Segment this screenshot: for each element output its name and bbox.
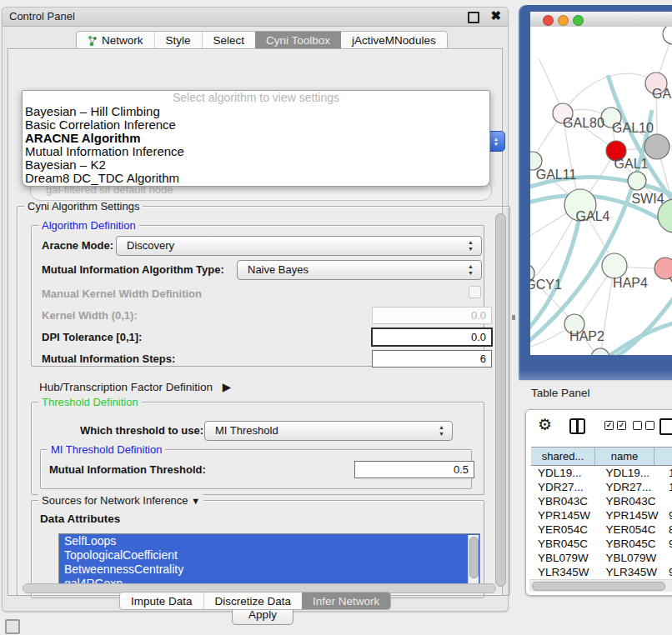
control-panel-titlebar[interactable]: Control Panel ✖ — [3, 8, 508, 27]
minimized-panel-icon[interactable] — [5, 619, 20, 634]
table-header-row: shared...nameA — [531, 447, 672, 466]
bottom-tab-discretize-data[interactable]: Discretize Data — [203, 592, 303, 609]
tab-network[interactable]: Network — [77, 32, 154, 49]
cyni-toolbox-panel: ▲▼ gal-filtered sif default node Select … — [8, 48, 503, 596]
node-label-gal1: GAL1 — [614, 157, 649, 171]
node-label-gal4: GAL4 — [576, 209, 610, 223]
algorithm-option-dream8-dc-tdc-algorithm[interactable]: Dream8 DC_TDC Algorithm — [23, 172, 489, 185]
attribute-item-topologicalcoefficient[interactable]: TopologicalCoefficient — [59, 548, 479, 562]
bottom-tab-infer-network[interactable]: Infer Network — [302, 592, 390, 609]
table-row[interactable]: YDR27...YDR27...12 — [531, 480, 672, 494]
float-window-icon[interactable] — [468, 12, 479, 23]
algorithm-option-mutual-information-inference[interactable]: Mutual Information Inference — [23, 145, 489, 158]
mi-type-value: Naive Bayes — [248, 263, 308, 276]
table-horizontal-scrollbar[interactable] — [532, 582, 665, 591]
deselect-all-icon[interactable] — [633, 421, 654, 430]
which-threshold-value: MI Threshold — [215, 424, 278, 437]
minimize-traffic-light[interactable] — [558, 15, 569, 26]
table-cell: YER054C — [599, 522, 662, 537]
kernel-width-field[interactable]: 0.0 — [372, 307, 492, 324]
tab-cyni-toolbox[interactable]: Cyni Toolbox — [255, 32, 341, 49]
data-attributes-label: Data Attributes — [40, 512, 120, 525]
gear-icon[interactable]: ⚙ — [538, 415, 552, 434]
algorithm-definition-group: Algorithm Definition Aracne Mode: Discov… — [31, 225, 484, 367]
attribute-item-selfloops[interactable]: SelfLoops — [59, 534, 479, 548]
control-panel-tabs: NetworkStyleSelectCyni ToolboxjActiveMNo… — [76, 31, 448, 50]
settings-vertical-scrollbar[interactable] — [495, 213, 506, 587]
network-canvas[interactable]: GALGAL80GAL10GAL1GAL11SWI4GAL4GCY1HAP4YH… — [530, 27, 672, 355]
sources-group-title[interactable]: Sources for Network Inference ▼ — [38, 494, 203, 507]
table-row[interactable]: YBR045CYBR045C9. — [531, 537, 672, 551]
threshold-definition-group: Threshold Definition Which threshold to … — [31, 402, 484, 495]
bottom-tab-impute-data[interactable]: Impute Data — [120, 592, 203, 609]
which-threshold-combobox[interactable]: MI Threshold ▲▼ — [204, 421, 453, 441]
close-window-icon[interactable]: ✖ — [490, 8, 501, 23]
network-node[interactable] — [602, 253, 627, 278]
table-cell: YDR27... — [599, 480, 662, 494]
table-cell: YPR145W — [599, 508, 662, 522]
node-label-swi4: SWI4 — [631, 192, 664, 206]
algorithm-dropdown-items: Bayesian – Hill ClimbingBasic Correlatio… — [23, 105, 489, 185]
mi-threshold-label: Mutual Information Threshold: — [49, 463, 206, 476]
mi-type-label: Mutual Information Algorithm Type: — [42, 263, 224, 276]
tab-select[interactable]: Select — [202, 32, 256, 49]
hub-definition-toggle[interactable]: Hub/Transcription Factor Definition ▶ — [39, 380, 231, 393]
mi-type-combobox[interactable]: Naive Bayes ▲▼ — [237, 260, 482, 280]
node-label-hap2: HAP2 — [569, 329, 604, 343]
network-node[interactable] — [663, 27, 672, 44]
table-panel-title: Table Panel — [531, 387, 590, 399]
dpi-tolerance-label: DPI Tolerance [0,1]: — [42, 331, 142, 343]
tab-label: Impute Data — [131, 595, 193, 608]
panel-resize-handle[interactable] — [512, 315, 515, 320]
node-label-gal11: GAL11 — [536, 168, 577, 182]
algorithm-option-bayesian-k2[interactable]: Bayesian – K2 — [23, 158, 489, 172]
network-node[interactable] — [644, 134, 669, 159]
column-header-a[interactable]: A — [654, 448, 672, 465]
table-cell: YBL079W — [531, 551, 599, 565]
network-node[interactable] — [591, 348, 609, 355]
aracne-mode-combobox[interactable]: Discovery ▲▼ — [116, 236, 482, 256]
attribute-item-betweennesscentrality[interactable]: BetweennessCentrality — [59, 562, 479, 577]
node-label-gal: GAL — [652, 87, 672, 101]
node-label-gal80: GAL80 — [563, 116, 604, 130]
manual-kernel-checkbox[interactable] — [469, 286, 481, 298]
network-node[interactable] — [628, 172, 646, 190]
close-traffic-light[interactable] — [543, 15, 554, 26]
table-cell: 12 — [662, 480, 672, 494]
node-label-gcy1: GCY1 — [530, 278, 562, 292]
algorithm-option-bayesian-hill-climbing[interactable]: Bayesian – Hill Climbing — [23, 105, 489, 118]
network-window-titlebar[interactable] — [530, 12, 672, 28]
table-row[interactable]: YPR145WYPR145W9. — [531, 508, 672, 522]
algorithm-option-aracne-algorithm[interactable]: ARACNE Algorithm — [23, 132, 489, 145]
tab-jactivemnodules[interactable]: jActiveMNodules — [341, 32, 447, 49]
aracne-mode-value: Discovery — [127, 239, 174, 252]
page-icon[interactable] — [659, 418, 672, 435]
network-edge — [530, 110, 652, 348]
dpi-tolerance-field[interactable]: 0.0 — [371, 328, 493, 347]
tab-style[interactable]: Style — [154, 32, 202, 49]
table-row[interactable]: YBR043CYBR043C — [531, 494, 672, 508]
node-label-y: Y — [669, 276, 672, 290]
columns-icon[interactable] — [569, 418, 585, 434]
table-cell: 9. — [662, 565, 672, 579]
table-row[interactable]: YLR345WYLR345W9. — [531, 565, 672, 579]
kernel-width-label: Kernel Width (0,1): — [42, 309, 138, 322]
cyni-bottom-tabs: Impute DataDiscretize DataInfer Network — [119, 592, 391, 610]
table-cell: YER054C — [531, 522, 599, 537]
select-all-icon[interactable]: ✓✓ — [604, 421, 626, 430]
algorithm-option-basic-correlation-inference[interactable]: Basic Correlation Inference — [23, 118, 489, 132]
manual-kernel-label: Manual Kernel Width Definition — [42, 288, 202, 300]
zoom-traffic-light[interactable] — [573, 15, 584, 26]
mi-steps-label: Mutual Information Steps: — [42, 352, 175, 365]
table-row[interactable]: YBL079WYBL079W — [531, 551, 672, 565]
column-header-name[interactable]: name — [595, 448, 654, 465]
expand-right-icon: ▶ — [223, 381, 231, 393]
collapse-down-icon: ▼ — [191, 496, 200, 506]
column-header-shared-[interactable]: shared... — [531, 448, 595, 465]
table-row[interactable]: YDL19...YDL19...13 — [531, 466, 672, 480]
table-cell: YBR043C — [599, 494, 662, 508]
mi-steps-field[interactable]: 6 — [372, 350, 492, 368]
mi-threshold-field[interactable]: 0.5 — [354, 461, 474, 478]
table-row[interactable]: YER054CYER054C8. — [531, 522, 672, 537]
table-cell: 8. — [662, 522, 672, 537]
